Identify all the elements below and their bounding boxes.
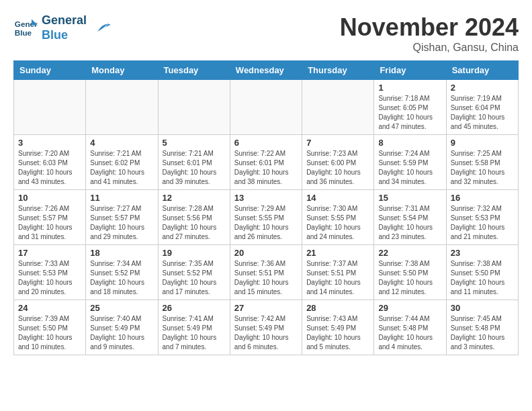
day-number: 10 [18, 193, 81, 203]
header-day-friday: Friday [374, 61, 446, 80]
calendar-table: SundayMondayTuesdayWednesdayThursdayFrid… [13, 60, 519, 355]
day-cell: 16Sunrise: 7:32 AM Sunset: 5:53 PM Dayli… [446, 190, 518, 245]
day-cell: 27Sunrise: 7:42 AM Sunset: 5:49 PM Dayli… [230, 300, 302, 355]
day-cell: 4Sunrise: 7:21 AM Sunset: 6:02 PM Daylig… [86, 135, 158, 190]
header-day-monday: Monday [86, 61, 158, 80]
day-info: Sunrise: 7:29 AM Sunset: 5:55 PM Dayligh… [234, 204, 298, 242]
day-number: 13 [234, 193, 298, 203]
day-number: 1 [378, 83, 441, 93]
day-cell: 29Sunrise: 7:44 AM Sunset: 5:48 PM Dayli… [374, 300, 446, 355]
day-cell: 13Sunrise: 7:29 AM Sunset: 5:55 PM Dayli… [230, 190, 302, 245]
day-info: Sunrise: 7:26 AM Sunset: 5:57 PM Dayligh… [18, 204, 81, 242]
day-info: Sunrise: 7:28 AM Sunset: 5:56 PM Dayligh… [163, 204, 226, 242]
day-info: Sunrise: 7:35 AM Sunset: 5:52 PM Dayligh… [163, 259, 226, 297]
day-number: 2 [451, 83, 514, 93]
day-number: 16 [451, 193, 514, 203]
day-info: Sunrise: 7:36 AM Sunset: 5:51 PM Dayligh… [234, 259, 298, 297]
day-number: 11 [90, 193, 153, 203]
day-number: 19 [163, 248, 226, 258]
week-row-5: 24Sunrise: 7:39 AM Sunset: 5:50 PM Dayli… [14, 300, 519, 355]
day-number: 27 [234, 303, 298, 313]
day-number: 14 [306, 193, 369, 203]
location: Qishan, Gansu, China [340, 42, 519, 54]
day-number: 8 [378, 138, 441, 148]
day-cell [230, 80, 302, 135]
day-number: 20 [234, 248, 298, 258]
day-info: Sunrise: 7:39 AM Sunset: 5:50 PM Dayligh… [18, 314, 81, 352]
day-number: 21 [306, 248, 369, 258]
day-cell: 2Sunrise: 7:19 AM Sunset: 6:04 PM Daylig… [446, 80, 518, 135]
week-row-4: 17Sunrise: 7:33 AM Sunset: 5:53 PM Dayli… [14, 245, 519, 300]
day-cell: 9Sunrise: 7:25 AM Sunset: 5:58 PM Daylig… [446, 135, 518, 190]
day-cell: 15Sunrise: 7:31 AM Sunset: 5:54 PM Dayli… [374, 190, 446, 245]
day-cell: 24Sunrise: 7:39 AM Sunset: 5:50 PM Dayli… [14, 300, 86, 355]
day-number: 9 [451, 138, 514, 148]
day-cell: 25Sunrise: 7:40 AM Sunset: 5:49 PM Dayli… [86, 300, 158, 355]
calendar-header: SundayMondayTuesdayWednesdayThursdayFrid… [14, 61, 519, 80]
page-header: General Blue General Blue November 2024 … [13, 13, 519, 54]
day-info: Sunrise: 7:43 AM Sunset: 5:49 PM Dayligh… [306, 314, 369, 352]
day-number: 7 [306, 138, 369, 148]
day-cell: 8Sunrise: 7:24 AM Sunset: 5:59 PM Daylig… [374, 135, 446, 190]
day-info: Sunrise: 7:31 AM Sunset: 5:54 PM Dayligh… [378, 204, 441, 242]
title-block: November 2024 Qishan, Gansu, China [340, 13, 519, 54]
header-day-saturday: Saturday [446, 61, 518, 80]
day-cell [86, 80, 158, 135]
day-cell: 20Sunrise: 7:36 AM Sunset: 5:51 PM Dayli… [230, 245, 302, 300]
day-cell: 11Sunrise: 7:27 AM Sunset: 5:57 PM Dayli… [86, 190, 158, 245]
day-cell: 5Sunrise: 7:21 AM Sunset: 6:01 PM Daylig… [158, 135, 230, 190]
day-info: Sunrise: 7:22 AM Sunset: 6:01 PM Dayligh… [234, 149, 298, 187]
day-info: Sunrise: 7:40 AM Sunset: 5:49 PM Dayligh… [90, 314, 153, 352]
day-cell: 17Sunrise: 7:33 AM Sunset: 5:53 PM Dayli… [14, 245, 86, 300]
week-row-1: 1Sunrise: 7:18 AM Sunset: 6:05 PM Daylig… [14, 80, 519, 135]
day-number: 24 [18, 303, 81, 313]
day-number: 25 [90, 303, 153, 313]
day-cell: 7Sunrise: 7:23 AM Sunset: 6:00 PM Daylig… [302, 135, 374, 190]
header-day-thursday: Thursday [302, 61, 374, 80]
day-info: Sunrise: 7:32 AM Sunset: 5:53 PM Dayligh… [451, 204, 514, 242]
day-info: Sunrise: 7:30 AM Sunset: 5:55 PM Dayligh… [306, 204, 369, 242]
day-number: 28 [306, 303, 369, 313]
day-info: Sunrise: 7:41 AM Sunset: 5:49 PM Dayligh… [163, 314, 226, 352]
day-number: 26 [163, 303, 226, 313]
day-number: 23 [451, 248, 514, 258]
day-cell: 12Sunrise: 7:28 AM Sunset: 5:56 PM Dayli… [158, 190, 230, 245]
logo-icon: General Blue [13, 16, 38, 40]
day-cell: 28Sunrise: 7:43 AM Sunset: 5:49 PM Dayli… [302, 300, 374, 355]
day-info: Sunrise: 7:37 AM Sunset: 5:51 PM Dayligh… [306, 259, 369, 297]
day-cell: 1Sunrise: 7:18 AM Sunset: 6:05 PM Daylig… [374, 80, 446, 135]
day-info: Sunrise: 7:44 AM Sunset: 5:48 PM Dayligh… [378, 314, 441, 352]
day-info: Sunrise: 7:45 AM Sunset: 5:48 PM Dayligh… [451, 314, 514, 352]
svg-text:Blue: Blue [15, 28, 32, 36]
day-info: Sunrise: 7:21 AM Sunset: 6:01 PM Dayligh… [163, 149, 226, 187]
header-day-tuesday: Tuesday [158, 61, 230, 80]
day-info: Sunrise: 7:23 AM Sunset: 6:00 PM Dayligh… [306, 149, 369, 187]
day-info: Sunrise: 7:25 AM Sunset: 5:58 PM Dayligh… [451, 149, 514, 187]
day-cell: 22Sunrise: 7:38 AM Sunset: 5:50 PM Dayli… [374, 245, 446, 300]
week-row-3: 10Sunrise: 7:26 AM Sunset: 5:57 PM Dayli… [14, 190, 519, 245]
day-cell: 10Sunrise: 7:26 AM Sunset: 5:57 PM Dayli… [14, 190, 86, 245]
day-number: 3 [18, 138, 81, 148]
day-number: 12 [163, 193, 226, 203]
day-cell: 6Sunrise: 7:22 AM Sunset: 6:01 PM Daylig… [230, 135, 302, 190]
day-cell: 23Sunrise: 7:38 AM Sunset: 5:50 PM Dayli… [446, 245, 518, 300]
day-info: Sunrise: 7:24 AM Sunset: 5:59 PM Dayligh… [378, 149, 441, 187]
day-cell: 19Sunrise: 7:35 AM Sunset: 5:52 PM Dayli… [158, 245, 230, 300]
day-info: Sunrise: 7:34 AM Sunset: 5:52 PM Dayligh… [90, 259, 153, 297]
day-cell: 14Sunrise: 7:30 AM Sunset: 5:55 PM Dayli… [302, 190, 374, 245]
logo: General Blue General Blue [13, 13, 111, 42]
day-number: 4 [90, 138, 153, 148]
day-cell: 3Sunrise: 7:20 AM Sunset: 6:03 PM Daylig… [14, 135, 86, 190]
day-info: Sunrise: 7:42 AM Sunset: 5:49 PM Dayligh… [234, 314, 298, 352]
day-info: Sunrise: 7:27 AM Sunset: 5:57 PM Dayligh… [90, 204, 153, 242]
day-cell [158, 80, 230, 135]
day-info: Sunrise: 7:20 AM Sunset: 6:03 PM Dayligh… [18, 149, 81, 187]
day-number: 17 [18, 248, 81, 258]
month-title: November 2024 [340, 13, 519, 42]
day-number: 22 [378, 248, 441, 258]
header-day-wednesday: Wednesday [230, 61, 302, 80]
week-row-2: 3Sunrise: 7:20 AM Sunset: 6:03 PM Daylig… [14, 135, 519, 190]
day-number: 6 [234, 138, 298, 148]
header-row: SundayMondayTuesdayWednesdayThursdayFrid… [14, 61, 519, 80]
logo-general: General [42, 13, 87, 28]
